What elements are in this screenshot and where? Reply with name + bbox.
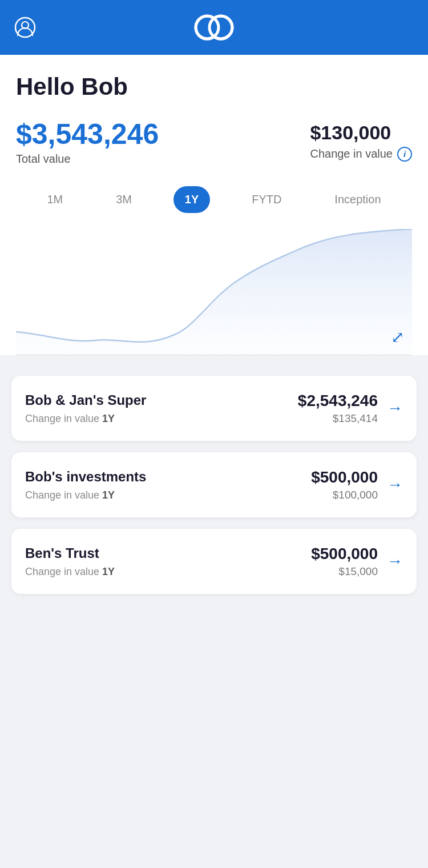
time-period-tabs: 1M 3M 1Y FYTD Inception — [16, 186, 412, 213]
account-card-right-investments: $500,000 $100,000 → — [311, 468, 403, 501]
account-card-left-investments: Bob's investments Change in value 1Y — [25, 469, 146, 501]
change-value-amount: $130,000 — [310, 121, 391, 144]
change-value-section: $130,000 Change in value i — [310, 119, 412, 162]
account-name-trust: Ben's Trust — [25, 545, 115, 561]
app-logo — [191, 13, 237, 42]
change-value-label: Change in value — [310, 147, 393, 160]
account-card-trust[interactable]: Ben's Trust Change in value 1Y $500,000 … — [11, 529, 417, 594]
greeting-text: Hello Bob — [16, 73, 412, 101]
account-main-value-super: $2,543,246 — [298, 392, 378, 410]
account-change-label-trust: Change in value 1Y — [25, 566, 115, 578]
tab-1m[interactable]: 1M — [35, 186, 74, 213]
account-arrow-investments[interactable]: → — [387, 476, 403, 494]
account-change-value-trust: $15,000 — [311, 565, 378, 578]
account-values-super: $2,543,246 $135,414 — [298, 392, 378, 425]
account-card-right-trust: $500,000 $15,000 → — [311, 545, 403, 578]
tab-fytd[interactable]: FYTD — [240, 186, 293, 213]
main-content: Hello Bob $3,543,246 Total value $130,00… — [0, 55, 428, 355]
stats-row: $3,543,246 Total value $130,000 Change i… — [16, 119, 412, 166]
account-arrow-trust[interactable]: → — [387, 552, 403, 570]
tab-inception[interactable]: Inception — [323, 186, 392, 213]
account-card-super[interactable]: Bob & Jan's Super Change in value 1Y $2,… — [11, 376, 417, 441]
account-card-left-trust: Ben's Trust Change in value 1Y — [25, 545, 115, 578]
expand-chart-button[interactable]: ⤢ — [391, 328, 404, 347]
account-values-trust: $500,000 $15,000 — [311, 545, 378, 578]
profile-button[interactable] — [14, 16, 37, 39]
account-name-investments: Bob's investments — [25, 469, 146, 485]
accounts-section: Bob & Jan's Super Change in value 1Y $2,… — [0, 369, 428, 628]
change-value-label-row: Change in value i — [310, 147, 412, 162]
account-name-super: Bob & Jan's Super — [25, 392, 146, 408]
account-main-value-trust: $500,000 — [311, 545, 378, 563]
total-value-section: $3,543,246 Total value — [16, 119, 296, 166]
chart-area: ⤢ — [16, 229, 412, 355]
account-change-label-super: Change in value 1Y — [25, 413, 146, 425]
section-divider — [16, 355, 412, 355]
account-main-value-investments: $500,000 — [311, 468, 378, 487]
tab-1y[interactable]: 1Y — [173, 186, 210, 213]
account-change-value-investments: $100,000 — [311, 489, 378, 501]
app-header — [0, 0, 428, 55]
account-values-investments: $500,000 $100,000 — [311, 468, 378, 501]
portfolio-chart — [16, 229, 412, 355]
tab-3m[interactable]: 3M — [104, 186, 143, 213]
account-change-label-investments: Change in value 1Y — [25, 489, 146, 501]
total-value-amount: $3,543,246 — [16, 119, 296, 150]
account-card-investments[interactable]: Bob's investments Change in value 1Y $50… — [11, 452, 417, 517]
account-card-left-super: Bob & Jan's Super Change in value 1Y — [25, 392, 146, 425]
account-arrow-super[interactable]: → — [387, 399, 403, 417]
info-icon[interactable]: i — [397, 147, 412, 162]
account-change-value-super: $135,414 — [298, 412, 378, 425]
total-value-label: Total value — [16, 152, 296, 166]
account-card-right-super: $2,543,246 $135,414 → — [298, 392, 403, 425]
